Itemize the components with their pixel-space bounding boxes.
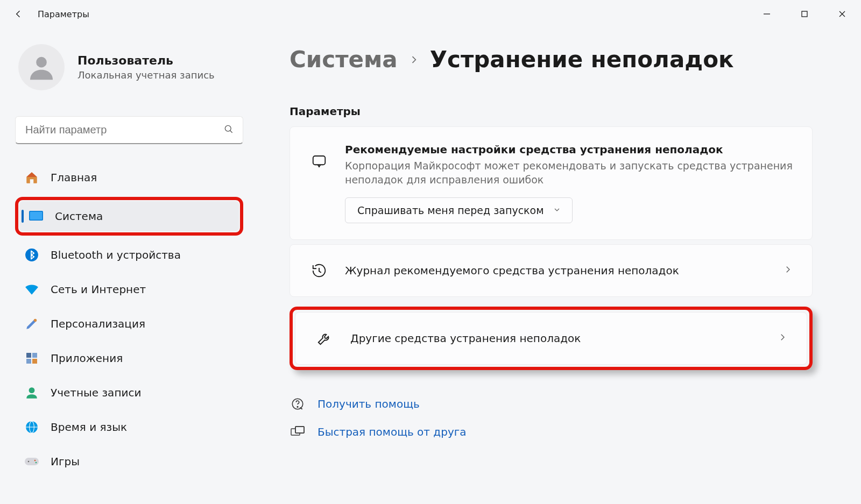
back-button[interactable] — [6, 2, 30, 26]
app-title: Параметры — [38, 9, 89, 19]
panel-title: Рекомендуемые настройки средства устране… — [345, 143, 793, 156]
chevron-right-icon — [408, 52, 419, 67]
sidebar-item-network[interactable]: Сеть и Интернет — [15, 274, 243, 304]
feedback-icon — [309, 152, 329, 171]
help-link-label[interactable]: Быстрая помощь от друга — [317, 425, 466, 438]
panel-title: Другие средства устранения неполадок — [350, 332, 761, 345]
svg-point-22 — [36, 462, 37, 464]
home-icon — [24, 169, 40, 186]
sidebar-item-label: Главная — [51, 171, 97, 184]
system-icon — [28, 208, 44, 224]
svg-point-15 — [29, 387, 35, 393]
svg-rect-19 — [25, 458, 39, 465]
svg-rect-12 — [32, 353, 37, 358]
sidebar-item-label: Сеть и Интернет — [51, 283, 146, 296]
chevron-down-icon — [553, 204, 561, 216]
help-links: Получить помощь Быстрая помощь от друга — [290, 396, 813, 440]
titlebar: Параметры — [0, 0, 861, 28]
sidebar-item-apps[interactable]: Приложения — [15, 343, 243, 373]
sidebar-nav: Главная Система Bluetooth и устройства — [15, 162, 243, 477]
panel-recommended-settings: Рекомендуемые настройки средства устране… — [290, 126, 813, 240]
sidebar-item-label: Приложения — [51, 352, 123, 365]
bluetooth-icon — [24, 247, 40, 263]
svg-point-4 — [36, 57, 47, 68]
close-button[interactable] — [823, 0, 861, 28]
svg-point-25 — [297, 407, 298, 408]
search-icon — [223, 124, 234, 137]
maximize-button[interactable] — [786, 0, 823, 28]
svg-line-6 — [230, 130, 232, 132]
sidebar-item-accounts[interactable]: Учетные записи — [15, 378, 243, 408]
help-get-help[interactable]: Получить помощь — [290, 396, 813, 412]
sidebar-item-label: Персонализация — [51, 317, 145, 330]
user-block[interactable]: Пользователь Локальная учетная запись — [15, 44, 243, 90]
wrench-icon — [315, 329, 334, 348]
panel-title: Журнал рекомендуемого средства устранени… — [345, 264, 767, 277]
breadcrumb: Система Устранение неполадок — [290, 46, 813, 73]
svg-rect-1 — [802, 11, 807, 17]
sidebar-item-time-language[interactable]: Время и язык — [15, 412, 243, 442]
svg-point-10 — [34, 319, 37, 322]
help-quick-assist[interactable]: Быстрая помощь от друга — [290, 424, 813, 440]
breadcrumb-parent[interactable]: Система — [290, 46, 398, 73]
svg-rect-27 — [295, 427, 304, 433]
svg-point-21 — [34, 460, 36, 462]
sidebar-item-label: Bluetooth и устройства — [51, 249, 181, 261]
panel-history[interactable]: Журнал рекомендуемого средства устранени… — [290, 244, 813, 297]
breadcrumb-current: Устранение неполадок — [430, 46, 734, 73]
brush-icon — [24, 316, 40, 332]
search-box[interactable] — [15, 116, 243, 144]
svg-point-5 — [225, 125, 231, 131]
user-name: Пользователь — [77, 54, 215, 67]
sidebar-item-gaming[interactable]: Игры — [15, 446, 243, 477]
history-icon — [309, 261, 329, 280]
avatar — [18, 44, 65, 90]
chevron-right-icon — [783, 265, 793, 276]
sidebar-item-home[interactable]: Главная — [15, 162, 243, 193]
sidebar-item-personalization[interactable]: Персонализация — [15, 309, 243, 339]
gamepad-icon — [24, 453, 40, 470]
main-content: Система Устранение неполадок Параметры Р… — [258, 28, 861, 504]
user-subtitle: Локальная учетная запись — [77, 69, 215, 81]
svg-rect-14 — [32, 359, 37, 364]
sidebar-item-label: Время и язык — [51, 421, 127, 434]
wifi-icon — [24, 281, 40, 297]
sidebar-item-label: Игры — [51, 455, 80, 468]
chevron-right-icon — [778, 332, 787, 344]
search-input[interactable] — [25, 124, 216, 136]
apps-icon — [24, 350, 40, 366]
recommended-dropdown[interactable]: Спрашивать меня перед запуском — [345, 197, 573, 223]
globe-icon — [24, 419, 40, 435]
accounts-icon — [24, 385, 40, 401]
svg-point-20 — [28, 461, 30, 463]
monitors-icon — [290, 424, 306, 440]
section-title: Параметры — [290, 105, 813, 118]
sidebar-item-system[interactable]: Система — [19, 201, 239, 231]
help-icon — [290, 396, 306, 412]
sidebar-item-bluetooth[interactable]: Bluetooth и устройства — [15, 240, 243, 270]
help-link-label[interactable]: Получить помощь — [317, 397, 420, 410]
panel-other-troubleshooters[interactable]: Другие средства устранения неполадок — [295, 312, 807, 365]
panel-subtitle: Корпорация Майкрософт может рекомендоват… — [345, 159, 793, 187]
svg-rect-13 — [26, 359, 31, 364]
sidebar-item-label: Учетные записи — [51, 386, 141, 399]
sidebar: Пользователь Локальная учетная запись Гл… — [0, 28, 258, 504]
annotation-highlight-sidebar: Система — [15, 197, 243, 236]
sidebar-item-label: Система — [55, 210, 103, 223]
svg-rect-11 — [26, 353, 31, 358]
svg-rect-23 — [313, 156, 326, 165]
svg-rect-8 — [30, 212, 43, 220]
annotation-highlight-other: Другие средства устранения неполадок — [290, 307, 813, 370]
minimize-button[interactable] — [748, 0, 786, 28]
window-controls — [748, 0, 861, 28]
dropdown-value: Спрашивать меня перед запуском — [357, 204, 544, 216]
